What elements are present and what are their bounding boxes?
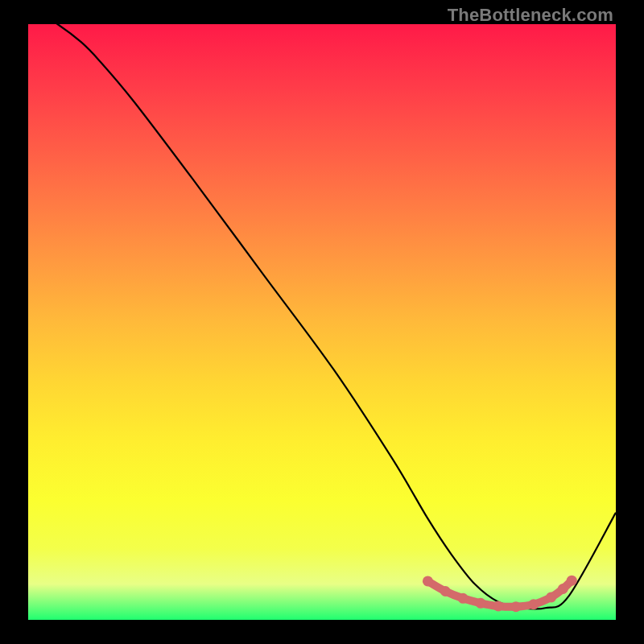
chart-frame: TheBottleneck.com [0, 0, 644, 644]
optimal-point [458, 593, 469, 604]
optimal-point [476, 598, 486, 609]
optimal-point [423, 576, 433, 586]
optimal-point [558, 584, 568, 594]
optimal-point [510, 601, 521, 612]
optimal-point [493, 601, 504, 611]
watermark-text: TheBottleneck.com [448, 5, 613, 26]
optimal-range-dots [423, 576, 577, 613]
plot-area [28, 24, 616, 620]
chart-svg [28, 24, 616, 620]
optimal-point [546, 592, 556, 602]
bottleneck-curve [28, 24, 616, 609]
optimal-point [567, 576, 577, 586]
optimal-point [528, 599, 539, 609]
optimal-point [440, 586, 451, 597]
